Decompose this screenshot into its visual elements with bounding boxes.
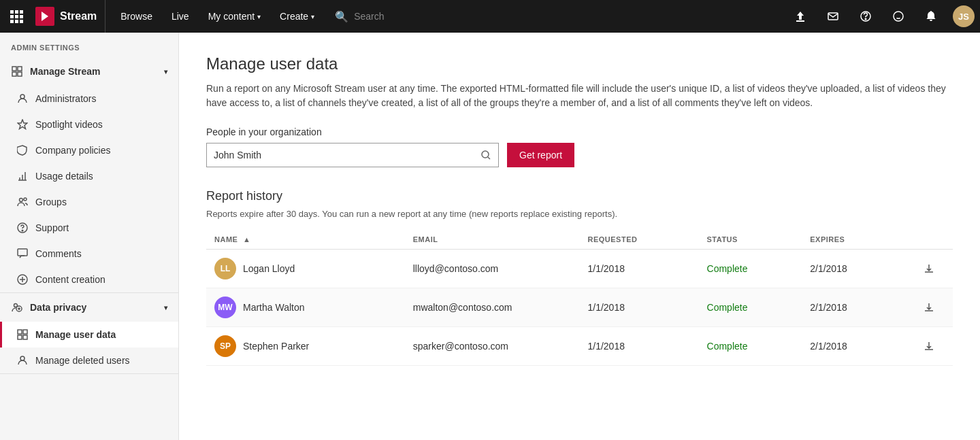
sidebar-item-spotlight-label: Spotlight videos xyxy=(35,119,103,130)
download-icon-logan-lloyd[interactable] xyxy=(913,263,945,274)
email-cell-stephen-parker: sparker@contoso.com xyxy=(405,327,580,366)
sidebar-item-manage-user-data-label: Manage user data xyxy=(35,329,116,340)
mail-icon[interactable] xyxy=(817,0,849,33)
sidebar-item-comments[interactable]: Comments xyxy=(0,241,178,267)
data-privacy-header[interactable]: Data privacy ▾ xyxy=(0,293,178,322)
data-privacy-label: Data privacy xyxy=(30,302,86,313)
table-row: MW Martha Walton mwalton@contoso.com 1/1… xyxy=(206,288,953,327)
col-header-email: EMAIL xyxy=(405,230,580,250)
col-header-expires: EXPIRES xyxy=(802,230,905,250)
admin-settings-label: Admin Settings xyxy=(0,33,178,57)
name-cell-martha-walton: MW Martha Walton xyxy=(206,288,405,327)
grid-icon xyxy=(16,328,29,341)
report-history-note: Reports expire after 30 days. You can ru… xyxy=(206,209,953,219)
svg-marker-11 xyxy=(18,120,27,129)
upload-icon[interactable] xyxy=(784,0,817,33)
requested-cell-stephen-parker: 1/1/2018 xyxy=(579,327,698,366)
sidebar-item-policies-label: Company policies xyxy=(35,145,111,156)
main-content: Manage user data Run a report on any Mic… xyxy=(179,33,980,440)
sidebar-item-comments-label: Comments xyxy=(35,248,82,259)
sort-arrow-name: ▲ xyxy=(243,235,250,243)
nav-action-icons: JS xyxy=(784,0,980,33)
waffle-menu[interactable] xyxy=(0,0,33,33)
svg-rect-2 xyxy=(828,13,838,20)
sidebar-item-manage-deleted-users[interactable]: Manage deleted users xyxy=(0,348,178,373)
download-icon-martha-walton[interactable] xyxy=(913,302,945,313)
manage-stream-header[interactable]: Manage Stream ▾ xyxy=(0,57,178,86)
avatar[interactable]: JS xyxy=(947,0,980,33)
nav-create[interactable]: Create ▾ xyxy=(270,0,324,33)
svg-marker-0 xyxy=(42,12,48,21)
notifications-icon[interactable] xyxy=(915,0,947,33)
sidebar-item-content-creation[interactable]: Content creation xyxy=(0,267,178,292)
global-search-input[interactable] xyxy=(354,11,490,22)
svg-rect-20 xyxy=(18,330,22,334)
table-header-row: NAME ▲ EMAIL REQUESTED STATUS EXPIRES xyxy=(206,230,953,250)
sidebar-item-manage-user-data[interactable]: Manage user data xyxy=(0,322,178,348)
download-cell-martha-walton xyxy=(905,288,953,327)
person-icon xyxy=(16,92,29,105)
requested-cell-logan-lloyd: 1/1/2018 xyxy=(579,250,698,288)
svg-rect-6 xyxy=(12,67,16,71)
question-icon xyxy=(16,222,29,234)
status-cell-martha-walton: Complete xyxy=(699,288,802,327)
get-report-button[interactable]: Get report xyxy=(507,143,574,167)
search-area: 🔍 xyxy=(324,10,784,23)
help-icon[interactable] xyxy=(849,0,882,33)
search-section: People in your organization Get report xyxy=(206,126,953,167)
app-brand[interactable]: Stream xyxy=(33,0,105,33)
download-icon-stephen-parker[interactable] xyxy=(913,341,945,352)
user-name-stephen-parker: Stephen Parker xyxy=(243,341,309,352)
svg-rect-8 xyxy=(12,72,16,76)
svg-rect-9 xyxy=(18,72,22,76)
nav-live[interactable]: Live xyxy=(162,0,199,33)
manage-stream-icon xyxy=(11,65,23,78)
brand-name: Stream xyxy=(60,10,97,22)
report-history-title: Report history xyxy=(206,189,953,203)
sidebar-item-spotlight-videos[interactable]: Spotlight videos xyxy=(0,112,178,137)
user-avatar-logan-lloyd: LL xyxy=(214,258,236,280)
my-content-chevron: ▾ xyxy=(257,13,261,20)
download-cell-logan-lloyd xyxy=(905,250,953,288)
sidebar-item-content-creation-label: Content creation xyxy=(35,274,105,285)
table-row: LL Logan Lloyd llloyd@contoso.com 1/1/20… xyxy=(206,250,953,288)
feedback-icon[interactable] xyxy=(882,0,915,33)
sidebar-item-administrators[interactable]: Administrators xyxy=(0,86,178,112)
svg-rect-7 xyxy=(18,67,22,71)
waffle-icon xyxy=(10,10,23,23)
svg-point-13 xyxy=(24,198,27,201)
chart-icon xyxy=(16,170,29,182)
data-privacy-chevron: ▾ xyxy=(164,304,167,311)
sidebar-item-support-label: Support xyxy=(35,222,69,233)
page-description: Run a report on any Microsoft Stream use… xyxy=(206,82,953,110)
sidebar-item-support[interactable]: Support xyxy=(0,215,178,241)
col-header-name[interactable]: NAME ▲ xyxy=(206,230,405,250)
svg-point-4 xyxy=(865,18,866,20)
search-row: Get report xyxy=(206,143,953,167)
user-name-logan-lloyd: Logan Lloyd xyxy=(243,263,295,274)
nav-links: Browse Live My content ▾ Create ▾ xyxy=(105,0,324,33)
expires-cell-martha-walton: 2/1/2018 xyxy=(802,288,905,327)
sidebar-item-groups[interactable]: Groups xyxy=(0,189,178,215)
report-history-table: NAME ▲ EMAIL REQUESTED STATUS EXPIRES LL… xyxy=(206,230,953,366)
sidebar-item-groups-label: Groups xyxy=(35,197,67,207)
col-header-requested: REQUESTED xyxy=(579,230,698,250)
svg-point-5 xyxy=(894,12,903,21)
svg-point-24 xyxy=(20,356,24,360)
svg-rect-21 xyxy=(23,330,27,334)
requested-cell-martha-walton: 1/1/2018 xyxy=(579,288,698,327)
sidebar-item-administrators-label: Administrators xyxy=(35,93,96,104)
svg-rect-1 xyxy=(796,20,804,22)
nav-my-content[interactable]: My content ▾ xyxy=(199,0,270,33)
table-row: SP Stephen Parker sparker@contoso.com 1/… xyxy=(206,327,953,366)
people-search-input[interactable] xyxy=(207,150,474,160)
download-cell-stephen-parker xyxy=(905,327,953,366)
sidebar: Admin Settings Manage Stream ▾ Administr… xyxy=(0,33,179,440)
sidebar-item-company-policies[interactable]: Company policies xyxy=(0,137,178,163)
create-chevron: ▾ xyxy=(311,13,314,20)
name-cell-logan-lloyd: LL Logan Lloyd xyxy=(206,250,405,288)
manage-stream-label: Manage Stream xyxy=(30,66,100,77)
nav-browse[interactable]: Browse xyxy=(111,0,162,33)
sidebar-item-usage-details[interactable]: Usage details xyxy=(0,163,178,189)
search-label: People in your organization xyxy=(206,126,953,137)
